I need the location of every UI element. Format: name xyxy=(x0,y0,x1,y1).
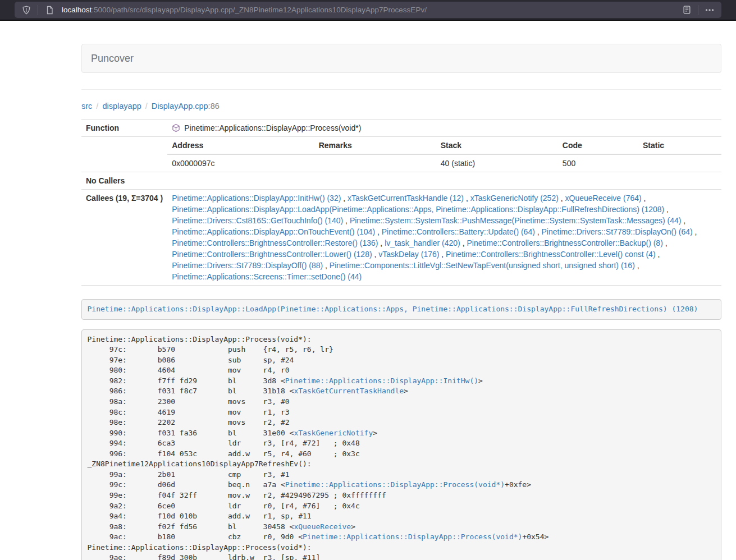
url-bar[interactable]: localhost:5000/path/src/displayapp/Displ… xyxy=(15,2,721,18)
callee-link[interactable]: Pinetime::Drivers::Cst816S::GetTouchInfo… xyxy=(172,216,343,225)
col-code: Code xyxy=(558,137,638,154)
breadcrumb-link[interactable]: DisplayApp.cpp xyxy=(152,102,208,111)
callee-separator: , xyxy=(663,238,668,247)
urlbar-divider-right xyxy=(698,5,698,15)
urlbar-divider xyxy=(38,5,38,15)
callee-link[interactable]: Pinetime::Controllers::BrightnessControl… xyxy=(172,238,378,247)
page-content: Puncover src / displayapp / DisplayApp.c… xyxy=(81,44,721,560)
callee-separator: , xyxy=(535,227,542,236)
callee-link[interactable]: Pinetime::System::SystemTask::PushMessag… xyxy=(350,216,682,225)
assembly-symbol-link[interactable]: xQueueReceive xyxy=(294,522,351,531)
callee-separator: , xyxy=(642,194,646,203)
callee-separator: , xyxy=(635,261,639,270)
assembly-symbol-link[interactable]: xTaskGenericNotify xyxy=(294,429,373,437)
page-actions-menu-icon[interactable] xyxy=(702,3,717,17)
callee-link[interactable]: xTaskGetCurrentTaskHandle (12) xyxy=(348,194,464,203)
shield-icon[interactable] xyxy=(19,3,34,17)
navbar: Puncover xyxy=(81,44,721,73)
code-value: 500 xyxy=(558,154,638,172)
breadcrumb-separator: / xyxy=(92,102,102,111)
breadcrumb-separator: / xyxy=(141,102,152,111)
stats-row: Address Remarks Stack Code Static 0x0000… xyxy=(81,137,721,172)
callers-row: No Callers xyxy=(81,172,721,190)
callee-separator: , xyxy=(559,194,565,203)
function-label: Function xyxy=(81,120,167,137)
callee-separator: , xyxy=(372,250,379,259)
callee-separator: , xyxy=(323,261,330,270)
symbol-cube-icon xyxy=(172,123,180,132)
callee-separator: , xyxy=(375,227,382,236)
callees-label: Callees (19, Σ=3704 ) xyxy=(81,190,167,286)
callee-link[interactable]: Pinetime::Applications::DisplayApp::OnTo… xyxy=(172,227,375,236)
no-callers-label: No Callers xyxy=(81,172,167,190)
assembly-symbol-link[interactable]: Pinetime::Applications::DisplayApp::Init… xyxy=(285,377,478,385)
breadcrumb: src / displayapp / DisplayApp.cpp:86 xyxy=(81,102,721,111)
function-row: Function Pinetime::Applications::Display… xyxy=(81,120,721,137)
assembly-symbol-link[interactable]: Pinetime::Applications::DisplayApp::Proc… xyxy=(303,533,522,541)
callee-link[interactable]: Pinetime::Controllers::BrightnessControl… xyxy=(467,238,662,247)
callee-separator: , xyxy=(664,205,669,214)
callee-link[interactable]: Pinetime::Applications::DisplayApp::Init… xyxy=(172,194,341,203)
callee-link[interactable]: xTaskGenericNotify (252) xyxy=(470,194,559,203)
remarks-value xyxy=(314,154,436,172)
brand-link[interactable]: Puncover xyxy=(82,53,134,65)
callee-link[interactable]: vTaskDelay (176) xyxy=(378,250,439,259)
callee-separator: , xyxy=(341,194,348,203)
col-static: Static xyxy=(638,137,721,154)
callee-link[interactable]: Pinetime::Controllers::BrightnessControl… xyxy=(446,250,655,259)
callee-separator: , xyxy=(681,216,685,225)
breadcrumb-link[interactable]: src xyxy=(81,102,92,111)
function-detail-table: Function Pinetime::Applications::Display… xyxy=(81,119,721,286)
col-remarks: Remarks xyxy=(314,137,436,154)
static-value xyxy=(638,154,721,172)
callee-link[interactable]: Pinetime::Controllers::BrightnessControl… xyxy=(172,250,372,259)
callees-list: Pinetime::Applications::DisplayApp::Init… xyxy=(167,190,721,286)
callees-row: Callees (19, Σ=3704 ) Pinetime::Applicat… xyxy=(81,190,721,286)
callee-separator: , xyxy=(460,238,467,247)
callee-separator: , xyxy=(656,250,660,259)
callee-link[interactable]: Pinetime::Applications::DisplayApp::Load… xyxy=(172,205,664,214)
loadapp-link[interactable]: Pinetime::Applications::DisplayApp::Load… xyxy=(88,305,698,313)
callee-link[interactable]: Pinetime::Components::LittleVgl::SetNewT… xyxy=(330,261,635,270)
callee-link[interactable]: Pinetime::Applications::Screens::Timer::… xyxy=(172,272,362,281)
reader-mode-icon[interactable] xyxy=(679,3,694,17)
callee-separator: , xyxy=(343,216,350,225)
callee-link[interactable]: lv_task_handler (420) xyxy=(385,238,460,247)
assembly-symbol-link[interactable]: Pinetime::Applications::DisplayApp::Proc… xyxy=(285,480,505,489)
callee-link[interactable]: Pinetime::Controllers::Battery::Update()… xyxy=(382,227,535,236)
url-text: localhost:5000/path/src/displayapp/Displ… xyxy=(62,6,679,14)
highlighted-call-site: Pinetime::Applications::DisplayApp::Load… xyxy=(81,299,721,320)
callee-link[interactable]: Pinetime::Drivers::St7789::DisplayOff() … xyxy=(172,261,323,270)
callee-separator: , xyxy=(693,227,697,236)
callee-separator: , xyxy=(439,250,446,259)
callee-separator: , xyxy=(464,194,470,203)
callee-link[interactable]: Pinetime::Drivers::St7789::DisplayOn() (… xyxy=(542,227,693,236)
divider-rule xyxy=(81,89,721,90)
function-name: Pinetime::Applications::DisplayApp::Proc… xyxy=(184,122,361,134)
stack-value: 40 (static) xyxy=(436,154,558,172)
callee-link[interactable]: xQueueReceive (764) xyxy=(565,194,642,203)
stats-table: Address Remarks Stack Code Static 0x0000… xyxy=(167,137,721,172)
stats-values-row: 0x0000097c 40 (static) 500 xyxy=(167,154,721,172)
browser-toolbar: localhost:5000/path/src/displayapp/Displ… xyxy=(0,0,736,21)
callee-separator: , xyxy=(378,238,385,247)
col-address: Address xyxy=(167,137,314,154)
page-icon[interactable] xyxy=(42,3,57,17)
breadcrumb-line-number: :86 xyxy=(208,102,220,111)
breadcrumb-link[interactable]: displayapp xyxy=(102,102,141,111)
url-host: localhost xyxy=(62,6,92,14)
col-stack: Stack xyxy=(436,137,558,154)
assembly-symbol-link[interactable]: xTaskGetCurrentTaskHandle xyxy=(294,387,404,395)
url-path: :5000/path/src/displayapp/DisplayApp.cpp… xyxy=(92,6,427,14)
address-value: 0x0000097c xyxy=(167,154,314,172)
assembly-code: Pinetime::Applications::DisplayApp::Proc… xyxy=(81,329,721,560)
